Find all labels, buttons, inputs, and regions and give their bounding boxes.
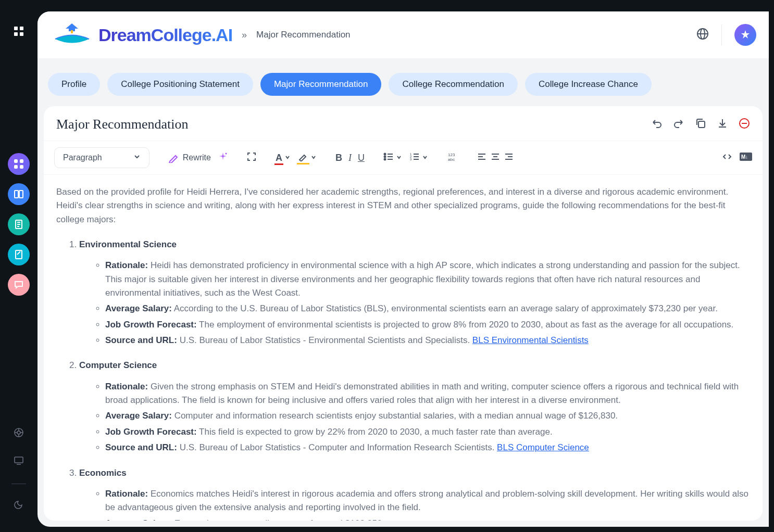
sidebar-nav-edit-doc[interactable]	[8, 244, 30, 265]
chevron-down-icon	[310, 153, 317, 162]
download-icon[interactable]	[717, 118, 728, 131]
language-icon[interactable]	[696, 28, 709, 42]
svg-point-31	[384, 154, 385, 155]
editor-content[interactable]: Based on the provided profile for Heidi …	[44, 175, 763, 521]
svg-text:123: 123	[448, 153, 455, 157]
svg-point-16	[17, 431, 20, 434]
detail-source: Source and URL: U.S. Bureau of Labor Sta…	[105, 441, 750, 454]
code-view-icon[interactable]	[722, 151, 732, 164]
major-title: Environmental Science	[79, 239, 177, 249]
sidebar-nav-columns[interactable]	[8, 183, 30, 205]
svg-rect-27	[698, 121, 705, 128]
svg-rect-4	[14, 159, 18, 163]
svg-rect-23	[71, 30, 73, 33]
svg-rect-14	[16, 250, 22, 259]
tab-major-recommendation[interactable]: Major Recommendation	[260, 73, 381, 96]
rewrite-button[interactable]: Rewrite	[168, 153, 211, 163]
svg-rect-9	[19, 191, 23, 198]
monitor-icon[interactable]	[14, 455, 24, 468]
breadcrumb-separator-icon: »	[242, 30, 247, 41]
numbered-list-icon: 123	[409, 151, 420, 164]
underline-icon[interactable]: U	[358, 153, 365, 163]
tabs: Profile College Positioning Statement Ma…	[38, 58, 769, 106]
chevron-down-icon	[396, 153, 402, 162]
bold-icon[interactable]: B	[335, 153, 342, 163]
markdown-icon[interactable]: M↓	[740, 153, 752, 163]
intro-paragraph: Based on the provided profile for Heidi …	[56, 185, 750, 226]
rewrite-label: Rewrite	[183, 153, 211, 162]
tab-college-recommendation[interactable]: College Recommendation	[389, 73, 518, 96]
numbered-list-button[interactable]: 123	[409, 151, 428, 164]
major-item: Environmental Science Rationale: Heidi h…	[79, 238, 750, 347]
sidebar-nav-chat[interactable]	[8, 274, 30, 296]
abc-format-icon[interactable]: 123abc	[447, 151, 458, 164]
highlight-color-button[interactable]	[298, 153, 317, 162]
detail-salary: Average Salary: Economists earn a median…	[105, 517, 750, 521]
svg-rect-5	[20, 159, 23, 163]
chevron-down-icon	[133, 153, 141, 162]
breadcrumb-current: Major Recommendation	[256, 30, 350, 40]
major-title: Computer Science	[79, 360, 157, 370]
fullscreen-icon[interactable]	[246, 151, 257, 164]
app-logo[interactable]: DreamCollege.AI	[50, 21, 232, 49]
svg-rect-7	[20, 165, 23, 169]
logo-text: DreamCollege.AI	[98, 25, 232, 45]
svg-rect-8	[15, 191, 18, 198]
tab-increase-chance[interactable]: College Increase Chance	[525, 73, 652, 96]
major-title: Economics	[79, 468, 127, 478]
editor-toolbar: Paragraph Rewrite A	[44, 141, 763, 175]
paragraph-label: Paragraph	[63, 153, 102, 162]
align-right-icon[interactable]	[504, 152, 514, 163]
header: DreamCollege.AI » Major Recommendation	[38, 11, 769, 58]
bullet-list-button[interactable]	[383, 151, 402, 164]
remove-icon[interactable]	[739, 118, 750, 131]
svg-rect-1	[20, 27, 23, 30]
moon-icon[interactable]	[14, 500, 23, 511]
copy-icon[interactable]	[695, 118, 706, 131]
detail-rationale: Rationale: Given the strong emphasis on …	[105, 380, 750, 408]
detail-salary: Average Salary: Computer and information…	[105, 409, 750, 423]
svg-point-35	[384, 159, 385, 160]
chevron-down-icon	[422, 153, 428, 162]
sidebar-divider	[11, 484, 26, 484]
undo-icon[interactable]	[651, 118, 663, 131]
major-item: Computer Science Rationale: Given the st…	[79, 359, 750, 454]
svg-rect-0	[14, 27, 18, 30]
content-card: Major Recommendation	[44, 106, 763, 521]
text-color-a-icon: A	[276, 153, 282, 163]
svg-text:abc: abc	[448, 157, 455, 162]
sidebar-bottom	[11, 427, 26, 511]
tab-profile[interactable]: Profile	[48, 73, 100, 96]
svg-rect-6	[14, 165, 18, 169]
svg-text:M↓: M↓	[741, 154, 748, 160]
card-title: Major Recommendation	[56, 117, 188, 132]
detail-salary: Average Salary: According to the U.S. Bu…	[105, 302, 750, 315]
align-left-icon[interactable]	[477, 152, 486, 163]
text-color-button[interactable]: A	[276, 153, 291, 163]
ai-sparkle-icon[interactable]	[218, 152, 228, 163]
detail-growth: Job Growth Forecast: The employment of e…	[105, 318, 750, 332]
italic-icon[interactable]: I	[348, 153, 352, 163]
major-details: Rationale: Given the strong emphasis on …	[79, 380, 750, 455]
chevron-down-icon	[284, 153, 291, 162]
paragraph-style-select[interactable]: Paragraph	[54, 147, 149, 168]
source-link[interactable]: BLS Computer Science	[497, 442, 589, 452]
svg-point-33	[384, 156, 385, 158]
user-avatar[interactable]	[734, 24, 756, 46]
sidebar-nav-document[interactable]	[8, 213, 30, 235]
source-link[interactable]: BLS Environmental Scientists	[472, 335, 589, 345]
major-details: Rationale: Heidi has demonstrated profic…	[79, 259, 750, 347]
major-item: Economics Rationale: Economics matches H…	[79, 466, 750, 521]
detail-growth: Job Growth Forecast: This field is expec…	[105, 425, 750, 439]
sidebar-nav-dashboard[interactable]	[8, 153, 30, 175]
card-header: Major Recommendation	[44, 106, 763, 141]
logo-icon	[50, 21, 94, 49]
redo-icon[interactable]	[673, 118, 684, 131]
main-panel: DreamCollege.AI » Major Recommendation P…	[38, 11, 769, 527]
apps-grid-icon[interactable]	[14, 26, 24, 39]
majors-list: Environmental Science Rationale: Heidi h…	[56, 238, 750, 521]
align-center-icon[interactable]	[491, 152, 500, 163]
help-icon[interactable]	[14, 427, 24, 440]
tab-positioning[interactable]: College Positioning Statement	[107, 73, 253, 96]
svg-rect-2	[14, 32, 18, 36]
